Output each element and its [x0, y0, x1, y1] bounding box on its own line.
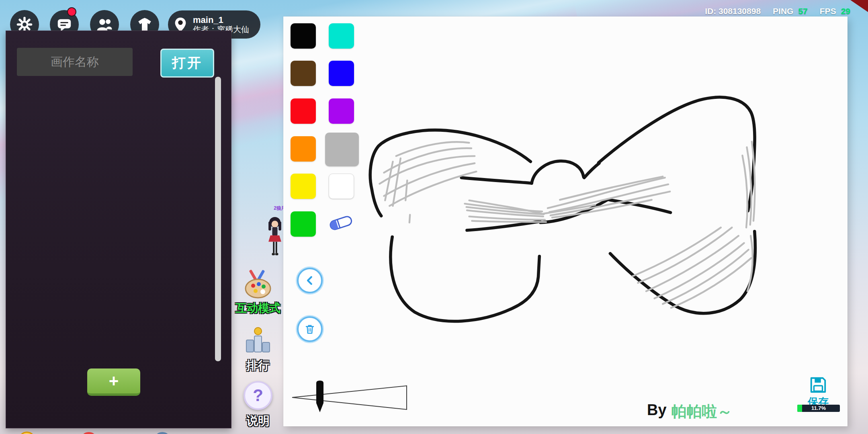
coin-icon: $ — [18, 432, 36, 434]
thumbs-up-icon — [80, 432, 97, 434]
artwork-list-scrollbar[interactable] — [215, 77, 221, 361]
player-id: ID: 308130898 — [705, 6, 761, 16]
help-button[interactable]: ? 说明 — [235, 381, 281, 429]
interact-mode-label: 互动模式 — [235, 301, 280, 316]
drawing-canvas[interactable]: 保存 11.7% By 帕帕啦～ — [283, 16, 848, 426]
byline-author: 帕帕啦～ — [671, 401, 733, 422]
save-progress-bar: 11.7% — [797, 405, 840, 412]
help-label: 说明 — [246, 413, 270, 429]
corner-decoration — [850, 0, 868, 12]
chevron-left-icon — [304, 274, 316, 287]
undo-button[interactable] — [297, 268, 323, 293]
open-button[interactable]: 打开 — [160, 49, 214, 78]
trash-icon — [304, 323, 315, 335]
swatch-orange[interactable] — [291, 136, 316, 162]
swatch-gray[interactable] — [325, 133, 359, 166]
brush-size-slider[interactable] — [283, 376, 420, 424]
artwork-list[interactable] — [10, 78, 211, 364]
swatch-red[interactable] — [291, 98, 316, 124]
swatch-yellow[interactable] — [291, 174, 316, 199]
coin-stat: $ 0 — [18, 431, 49, 434]
rank-button[interactable]: 排行 — [235, 326, 281, 374]
artwork-name-input[interactable] — [17, 48, 133, 76]
swatch-purple[interactable] — [329, 98, 354, 124]
swatch-blue[interactable] — [329, 61, 354, 86]
player-avatar — [264, 213, 286, 266]
eraser-icon — [325, 209, 356, 237]
coin-value: 0 — [41, 432, 49, 434]
clear-button[interactable] — [297, 316, 323, 342]
swatch-brown[interactable] — [291, 61, 316, 86]
ping-value: 57 — [798, 6, 807, 16]
save-floppy-icon — [809, 376, 827, 394]
alert-stat: ! 0 — [154, 431, 184, 434]
swatch-green[interactable] — [291, 211, 316, 237]
palette-icon — [241, 268, 275, 300]
swatch-white[interactable] — [329, 174, 354, 199]
byline-prefix: By — [647, 401, 667, 422]
swatch-black[interactable] — [291, 23, 316, 49]
like-stat: 0.0 — [80, 431, 123, 434]
like-value: 0.0 — [103, 432, 123, 434]
slider-pen-handle[interactable] — [316, 381, 323, 412]
add-artwork-button[interactable]: + — [87, 368, 140, 396]
slider-track[interactable] — [292, 386, 407, 409]
leaderboard-icon — [245, 326, 271, 354]
artwork-panel: 打开 + $ 0 0.0 ! 0 — [6, 31, 231, 428]
alert-value: 0 — [176, 432, 184, 434]
rank-label: 排行 — [246, 358, 270, 374]
fps-value: 29 — [841, 6, 850, 16]
question-mark-icon: ? — [244, 381, 272, 410]
bow-drawing — [283, 16, 848, 426]
interact-mode-button[interactable]: 互动模式 — [231, 268, 285, 316]
artwork-byline: By 帕帕啦～ — [647, 401, 733, 422]
chat-notification-dot — [67, 7, 76, 16]
ping-label: PING — [773, 6, 793, 16]
alert-icon: ! — [154, 432, 171, 434]
map-name: main_1 — [193, 15, 249, 25]
save-progress-text: 11.7% — [797, 405, 840, 411]
fps-label: FPS — [820, 6, 836, 16]
save-button[interactable]: 保存 — [796, 376, 840, 409]
swatch-cyan[interactable] — [329, 23, 354, 49]
hud-stats: ID: 308130898 PING 57 FPS 29 — [705, 6, 850, 16]
eraser-button[interactable] — [325, 209, 356, 237]
